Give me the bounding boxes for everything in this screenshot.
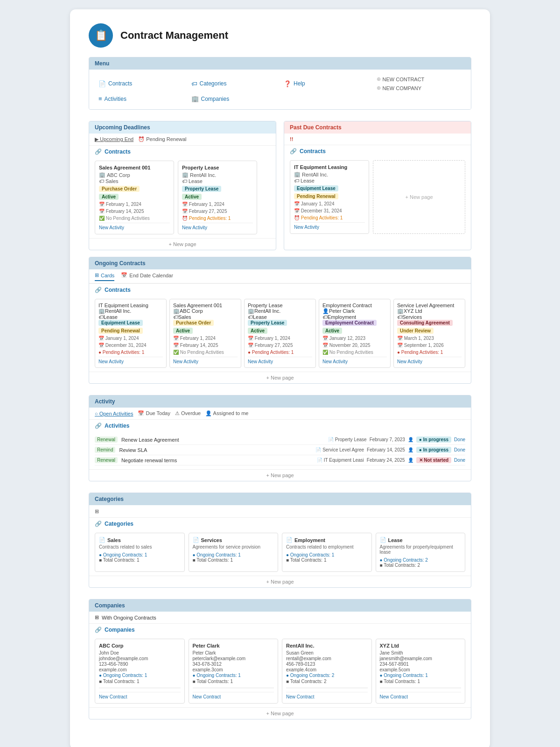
cat-ongoing-sales[interactable]: ● Ongoing Contracts: 1: [99, 552, 181, 557]
act-done-3[interactable]: Done: [454, 458, 465, 463]
comp-ongoing-rentall[interactable]: ● Ongoing Contracts: 2: [286, 673, 368, 678]
past-due-new-page-card[interactable]: + New page: [373, 160, 465, 234]
filter-due-today[interactable]: 📅 Due Today: [138, 410, 170, 416]
ongoing-header: Ongoing Contracts: [89, 257, 471, 269]
companies-filter-icon: ⊞: [95, 614, 99, 620]
ongoing-card5-new-activity[interactable]: New Activity: [397, 357, 462, 364]
filter-assigned[interactable]: 👤 Assigned to me: [205, 410, 248, 416]
comp-web-xyz: example.5com: [380, 667, 462, 672]
categories-filter-icon: ⊞: [95, 508, 99, 514]
comp-phone-rentall: 456-789-0123: [286, 662, 368, 667]
cat-title-lease: 📄Lease: [380, 537, 462, 543]
menu-item-contracts[interactable]: 📄 Contracts: [95, 75, 188, 92]
categories-new-page[interactable]: + New page: [89, 576, 471, 587]
calendar-icon: 📅: [121, 272, 127, 278]
comp-new-contract-rentall[interactable]: New Contract: [286, 692, 368, 699]
comp-phone-xyz: 234-567-8901: [380, 662, 462, 667]
card1-dates: 📅 February 1, 2024 📅 February 14, 2025: [99, 202, 170, 214]
ongoing-card4-new-activity[interactable]: New Activity: [322, 357, 387, 364]
cards-icon: ⊞: [95, 272, 99, 278]
ongoing-card-1: IT Equipment Leasing 🏢RentAll Inc. 🏷Leas…: [95, 299, 167, 368]
comp-ongoing-abc[interactable]: ● Ongoing Contracts: 1: [99, 673, 181, 678]
pd-card1-dates: 📅 January 1, 2024 📅 December 31, 2024: [294, 201, 365, 213]
act-badge-3: Renewal: [95, 457, 118, 463]
pd-card1-new-activity[interactable]: New Activity: [294, 222, 365, 230]
categories-section-header: Categories: [89, 493, 471, 505]
companies-section-header: Companies: [89, 599, 471, 612]
categories-icon: 🏷: [191, 80, 197, 87]
menu-item-activities[interactable]: ≡ Activities: [95, 94, 188, 104]
bldg-on2: 🏢: [173, 308, 180, 314]
past-due-header: Past Due Contracts: [284, 121, 471, 134]
cat-ongoing-lease[interactable]: ● Ongoing Contracts: 2: [380, 557, 462, 563]
app-icon: 📋: [89, 23, 113, 48]
companies-grid: ABC Corp John Doe johndoe@example.com 12…: [89, 635, 471, 707]
pd-card1-activity: ⏰ Pending Activities: 1: [294, 215, 365, 220]
card1-status: Active: [99, 194, 119, 200]
bldg-on5: 🏢: [397, 308, 404, 314]
cat-total-services: ■ Total Contracts: 1: [193, 557, 274, 563]
act-avatar-2: 👤: [408, 447, 413, 452]
filter-pending-renewal[interactable]: ⏰ Pending Renewal: [138, 136, 186, 142]
ongoing-card1-new-activity[interactable]: New Activity: [98, 357, 163, 364]
act-right-3: 📄 IT Equipment Leasi February 24, 2025 👤…: [317, 457, 465, 463]
new-contract-menu-btn[interactable]: ⊕ NEW CONTRACT: [373, 75, 466, 83]
pd-card1-end: 📅 December 31, 2024: [294, 208, 342, 213]
act-done-2[interactable]: Done: [454, 447, 465, 452]
cat-total-lease: ■ Total Contracts: 2: [380, 563, 462, 568]
tab-calendar[interactable]: 📅 End Date Calendar: [121, 272, 173, 280]
filter-upcoming-end[interactable]: ▶ Upcoming End: [95, 136, 133, 142]
act-done-1[interactable]: Done: [454, 437, 465, 442]
companies-label: 🔗 Companies: [89, 624, 471, 635]
menu-activities-label: Activities: [105, 96, 126, 102]
act-badge-1: Renewal: [95, 437, 118, 443]
comp-ongoing-peter[interactable]: ● Ongoing Contracts: 1: [193, 673, 274, 678]
comp-card-abc: ABC Corp John Doe johndoe@example.com 12…: [95, 639, 185, 704]
comp-name-abc: ABC Corp: [99, 643, 181, 648]
comp-new-contract-peter[interactable]: New Contract: [193, 692, 274, 699]
filter-overdue[interactable]: ⚠ Overdue: [175, 410, 201, 416]
comp-contact-xyz: Jane Smith: [380, 650, 462, 655]
menu-header: Menu: [89, 57, 471, 70]
comp-email-rentall: rentall@example.com: [286, 656, 368, 661]
ongoing-card-5: Service Level Agreement 🏢XYZ Ltd 🏷Servic…: [393, 299, 465, 368]
cat-card-employment: 📄Employment Contracts related to employm…: [282, 533, 372, 572]
comp-new-contract-abc[interactable]: New Contract: [99, 692, 181, 699]
activity-new-page[interactable]: + New page: [89, 469, 471, 481]
comp-name-xyz: XYZ Ltd: [380, 643, 462, 648]
cat-title-services: 📄Services: [193, 537, 274, 543]
card2-new-activity[interactable]: New Activity: [182, 223, 253, 230]
tab-cards[interactable]: ⊞ Cards: [95, 272, 114, 281]
new-company-menu-btn[interactable]: ⊕ NEW COMPANY: [373, 84, 466, 92]
comp-ongoing-xyz[interactable]: ● Ongoing Contracts: 1: [380, 673, 462, 678]
comp-new-contract-xyz[interactable]: New Contract: [380, 692, 462, 699]
categories-icon: 🔗: [95, 521, 102, 527]
companies-new-page[interactable]: + New page: [89, 707, 471, 719]
categories-section: Categories ⊞ 🔗 Categories 📄Sales Contrac…: [89, 493, 471, 588]
upcoming-new-page[interactable]: + New page: [89, 238, 276, 250]
tag-on2: 🏷: [173, 314, 178, 320]
upcoming-card-2: Property Lease 🏢RentAll Inc. 🏷Lease Prop…: [178, 161, 257, 234]
comp-web-peter: example.3com: [193, 667, 274, 672]
cat-ongoing-services[interactable]: ● Ongoing Contracts: 1: [193, 552, 274, 557]
menu-item-categories[interactable]: 🏷 Categories: [188, 75, 280, 92]
ongoing-contracts-label: 🔗 Contracts: [89, 284, 471, 295]
card1-new-activity[interactable]: New Activity: [99, 223, 170, 230]
tag-on1: 🏷: [98, 314, 104, 320]
ongoing-card3-new-activity[interactable]: New Activity: [248, 357, 312, 364]
activity-header: Activity: [89, 395, 471, 408]
filter-open[interactable]: ○ Open Activities: [95, 410, 133, 416]
activity-filter-bar: ○ Open Activities 📅 Due Today ⚠ Overdue …: [89, 408, 471, 420]
categories-grid: 📄Sales Contracts related to sales ● Ongo…: [89, 529, 471, 576]
menu-item-help[interactable]: ❓ Help: [280, 75, 373, 92]
ongoing-card-4: Employment Contract 👤Peter Clark 🏷Employ…: [319, 299, 391, 368]
activities-icon: ≡: [98, 95, 102, 102]
ongoing-new-page[interactable]: + New page: [89, 372, 471, 383]
menu-body: 📄 Contracts 🏷 Categories ❓ Help ⊕ NEW CO…: [89, 70, 471, 109]
card2-category: 🏷Lease: [182, 178, 253, 184]
ongoing-card2-new-activity[interactable]: New Activity: [173, 357, 238, 364]
cat-ongoing-employment[interactable]: ● Ongoing Contracts: 1: [286, 552, 368, 557]
menu-item-companies[interactable]: 🏢 Companies: [188, 94, 280, 104]
card1-end: 📅 February 14, 2025: [99, 209, 144, 214]
upcoming-contracts-icon: 🔗: [95, 148, 102, 155]
